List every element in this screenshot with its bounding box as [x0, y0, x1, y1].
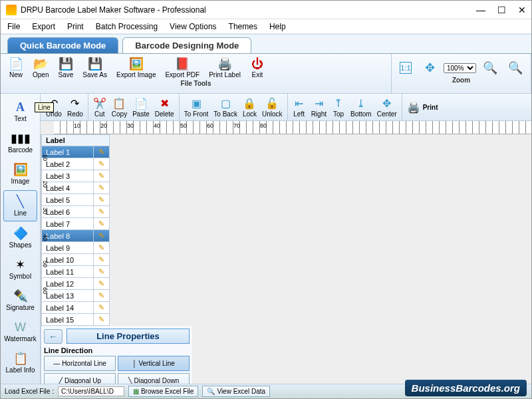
list-item[interactable]: Label 8✎: [41, 230, 110, 242]
pencil-icon[interactable]: ✎: [93, 158, 109, 170]
tofront-button[interactable]: ▣To Front: [182, 97, 211, 118]
save-button[interactable]: 💾Save: [54, 55, 77, 80]
tool-line[interactable]: ╲Line: [3, 190, 37, 221]
diagonal-up-button[interactable]: ╱Diagonal Up: [44, 373, 116, 384]
pencil-icon[interactable]: ✎: [93, 218, 109, 229]
back-button[interactable]: ←: [44, 329, 63, 344]
align-center-button[interactable]: ✥Center: [374, 97, 400, 118]
pencil-icon[interactable]: ✎: [93, 230, 109, 241]
pencil-icon[interactable]: ✎: [93, 242, 109, 253]
vertical-line-button[interactable]: │Vertical Line: [118, 356, 190, 371]
pencil-icon[interactable]: ✎: [93, 182, 109, 194]
tool-image[interactable]: 🖼️Image: [3, 159, 37, 189]
maximize-button[interactable]: ☐: [497, 5, 506, 15]
list-item[interactable]: Label 11✎: [41, 266, 110, 278]
copy-button[interactable]: 📋Copy: [109, 97, 130, 118]
list-item[interactable]: Label 5✎: [41, 194, 110, 206]
label-list: Label Label 1✎ Label 2✎ Label 3✎ Label 4…: [41, 134, 110, 326]
pencil-icon[interactable]: ✎: [93, 302, 109, 313]
list-item[interactable]: Label 10✎: [41, 254, 110, 266]
menu-view[interactable]: View Options: [170, 22, 216, 31]
print-button[interactable]: 🖨️: [404, 100, 423, 114]
list-item[interactable]: Label 15✎: [41, 314, 110, 326]
window-title: DRPU Barcode Label Maker Software - Prof…: [21, 5, 476, 15]
diagonal-down-button[interactable]: ╲Diagonal Down: [118, 373, 190, 384]
props-title: Line Properties: [66, 329, 190, 344]
zoom-in-button[interactable]: 🔍: [479, 59, 501, 76]
tool-watermark[interactable]: WWatermark: [3, 317, 37, 346]
export-pdf-button[interactable]: 📕Export PDF: [161, 55, 203, 80]
zoom-select[interactable]: 100%: [444, 63, 476, 73]
pencil-icon[interactable]: ✎: [93, 146, 109, 158]
delete-button[interactable]: ✖Delete: [152, 97, 177, 118]
watermark-logo: BusinessBarcodes.org: [405, 380, 527, 396]
menu-file[interactable]: File: [7, 22, 20, 31]
list-item[interactable]: Label 12✎: [41, 278, 110, 290]
exit-button[interactable]: ⏻Exit: [246, 55, 269, 80]
zoom-label: Zoom: [396, 76, 527, 84]
minimize-button[interactable]: —: [476, 5, 485, 15]
horizontal-line-button[interactable]: —Horizontal Line: [44, 356, 116, 371]
menubar: File Export Print Batch Processing View …: [1, 19, 531, 34]
pencil-icon[interactable]: ✎: [93, 290, 109, 301]
redo-button[interactable]: ↷Redo: [65, 97, 86, 118]
align-bottom-button[interactable]: ⤓Bottom: [348, 97, 374, 118]
view-excel-button[interactable]: 🔍View Excel Data: [202, 386, 270, 397]
label-list-header: Label: [41, 134, 110, 146]
tool-symbol[interactable]: ✶Symbol: [3, 254, 37, 284]
print-label: Print: [423, 104, 438, 111]
cut-button[interactable]: ✂️Cut: [90, 97, 109, 118]
list-item[interactable]: Label 7✎: [41, 218, 110, 230]
tooltip-line: Line: [35, 102, 41, 112]
list-item[interactable]: Label 3✎: [41, 170, 110, 182]
menu-export[interactable]: Export: [32, 22, 55, 31]
new-button[interactable]: 📄New: [5, 55, 27, 80]
pencil-icon[interactable]: ✎: [93, 314, 109, 325]
pencil-icon[interactable]: ✎: [93, 206, 109, 217]
tool-label-info[interactable]: 📋Label Info: [3, 348, 37, 378]
align-right-button[interactable]: ⇥Right: [309, 97, 329, 118]
list-item[interactable]: Label 14✎: [41, 302, 110, 314]
open-button[interactable]: 📂Open: [29, 55, 53, 80]
align-top-button[interactable]: ⤒Top: [329, 97, 348, 118]
tool-signature[interactable]: ✒️Signature: [3, 285, 37, 315]
tool-barcode[interactable]: ▮▮▮Barcode: [3, 128, 37, 158]
tab-quick-barcode[interactable]: Quick Barcode Mode: [7, 37, 118, 53]
print-label-button[interactable]: 🖨️Print Label: [205, 55, 245, 80]
export-image-button[interactable]: 🖼️Export Image: [112, 55, 160, 80]
list-item[interactable]: Label 6✎: [41, 206, 110, 218]
list-item[interactable]: Label 4✎: [41, 182, 110, 194]
list-item[interactable]: Label 2✎: [41, 158, 110, 170]
align-left-button[interactable]: ⇤Left: [290, 97, 309, 118]
list-item[interactable]: Label 13✎: [41, 290, 110, 302]
browse-excel-button[interactable]: ▦Browse Excel File: [128, 386, 198, 397]
tab-barcode-designing[interactable]: Barcode Designing Mode: [122, 37, 251, 53]
fit-button[interactable]: 1:1: [396, 61, 416, 75]
pencil-icon[interactable]: ✎: [93, 266, 109, 277]
pencil-icon[interactable]: ✎: [93, 278, 109, 289]
menu-themes[interactable]: Themes: [229, 22, 257, 31]
fit-window-button[interactable]: ✥: [418, 59, 441, 76]
list-item[interactable]: Label 9✎: [41, 242, 110, 254]
file-tools-label: File Tools: [5, 80, 387, 88]
menu-print[interactable]: Print: [67, 22, 84, 31]
tool-shapes[interactable]: 🔷Shapes: [3, 223, 37, 253]
pencil-icon[interactable]: ✎: [93, 194, 109, 205]
list-item[interactable]: Label 1✎: [41, 146, 110, 158]
zoom-out-button[interactable]: 🔍: [504, 59, 527, 76]
menu-help[interactable]: Help: [269, 22, 286, 31]
lock-button[interactable]: 🔒Lock: [240, 97, 259, 118]
app-icon: [6, 5, 17, 15]
tool-text[interactable]: AText: [3, 96, 37, 126]
toback-button[interactable]: ▢To Back: [211, 97, 240, 118]
unlock-button[interactable]: 🔓Unlock: [259, 97, 285, 118]
paste-button[interactable]: 📄Paste: [130, 97, 152, 118]
excel-path-input[interactable]: C:\Users\IBALL\D: [58, 386, 124, 396]
pencil-icon[interactable]: ✎: [93, 254, 109, 265]
ruler-horizontal: 1020 3040 5060 7080: [54, 121, 531, 134]
properties-panel: ← Line Properties Line Direction —Horizo…: [41, 326, 192, 384]
pencil-icon[interactable]: ✎: [93, 170, 109, 182]
close-button[interactable]: ✕: [518, 5, 526, 15]
menu-batch[interactable]: Batch Processing: [96, 22, 158, 31]
saveas-button[interactable]: 💾Save As: [78, 55, 111, 80]
